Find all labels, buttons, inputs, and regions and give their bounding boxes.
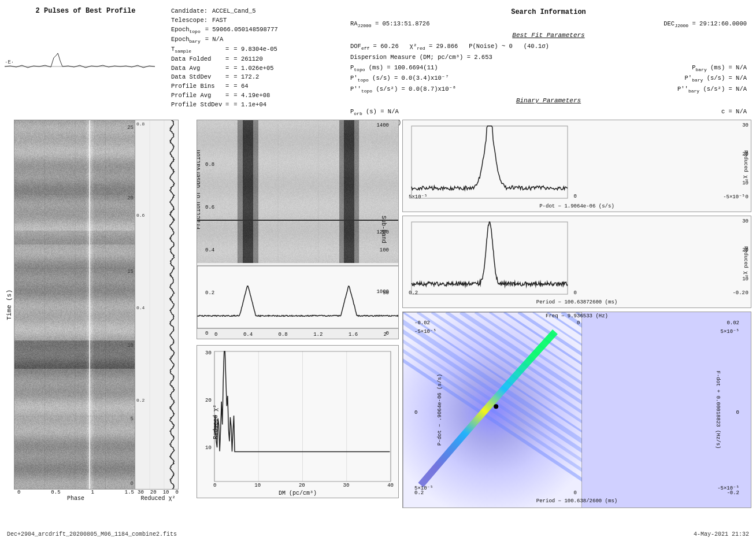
period-ylabel-right: Reduced χ²	[743, 246, 748, 277]
telescope-label: Telescope:	[171, 16, 207, 25]
pdot-plot: 5×10⁻⁵ 0 -5×10⁻⁵ 30 20 10 0 Reduced χ² P…	[402, 120, 751, 212]
datafolded-eq: =	[225, 55, 229, 64]
dmytick-30: 30	[205, 350, 212, 356]
accel-top-xticks: -0.02 0 0.02	[414, 320, 739, 326]
ftick-02: 0.2	[205, 290, 214, 296]
reduced-chi2-xlabel: Reduced χ²	[136, 495, 180, 502]
epoch-bary-row: Epochbary = N/A	[171, 35, 341, 45]
phase-xlabel: Phase	[15, 495, 136, 502]
accel-ylabel-left: P-dot − .9064e-06 (s/s)	[437, 374, 443, 446]
radec-row: RAJ2000 = 05:13:51.8726 DECJ2000 = 29:12…	[350, 19, 747, 29]
pbarydot-text: P'bary (s/s) = N/A	[685, 73, 747, 84]
pddot-row: P''topo (s/s²) = 0.0(8.7)x10⁻⁸ P''bary (…	[350, 84, 747, 95]
ftick-08: 0.8	[205, 162, 214, 168]
ftick-06: 0.6	[205, 205, 214, 210]
dataavg-label: Data Avg	[171, 64, 223, 73]
ptopo-text: Ptopo (ms) = 100.6694(11)	[350, 63, 438, 73]
accel-yright-mid: 0	[736, 410, 739, 416]
candidate-row: Candidate: ACCEL_Cand_5	[171, 7, 341, 16]
freqtick-1400: 1400	[376, 123, 389, 128]
dm-text: Dispersion Measure (DM; pc/cm³) = 2.653	[350, 54, 492, 61]
rchi2-10: 10	[163, 490, 169, 495]
candidate-label: Candidate:	[171, 7, 207, 16]
footer-timestamp: 4-May-2021 21:32	[694, 531, 749, 538]
profileavg-eq: =	[225, 91, 229, 101]
datafolded-row: Data Folded = = 261120	[171, 55, 341, 64]
mid-col: Fraction of Observation Sub-band 0 0.2 0…	[197, 120, 399, 530]
pdot-ytick-0: 0	[746, 194, 748, 200]
profile-ytick-02: 0.2	[136, 398, 144, 403]
epoch-topo-row: Epochtopo = 59066.050148598777	[171, 25, 341, 35]
search-title: Search Information	[350, 7, 747, 18]
time-phase-xaxis: 0 0.5 1 1.5 30 20 10 0	[15, 490, 180, 495]
tsample-label: Tsample	[171, 45, 223, 55]
time-phase-plot: 25 20 15 10 5 0	[14, 120, 135, 490]
left-col: Time (s) 25 20 15 10 5 0	[5, 120, 195, 530]
accel-canvas	[403, 312, 582, 508]
binary-title: Binary Parameters	[350, 96, 747, 106]
dataavg-value: = 1.026e+05	[234, 64, 273, 73]
porb-text: Porb (s) = N/A	[350, 107, 399, 117]
profileavg-label: Profile Avg	[171, 91, 223, 101]
datafolded-value: = 261120	[234, 55, 262, 64]
profilebins-row: Profile Bins = = 64	[171, 82, 341, 91]
epoch-topo-value: = 59066.050148598777	[205, 25, 278, 35]
accel-yleft-top: -5×10⁻⁵	[414, 328, 436, 335]
epoch-topo-label: Epochtopo	[171, 25, 201, 35]
dm-xticks: 0 10 20 30 40	[213, 483, 394, 488]
profile-ytick-04: 0.4	[136, 305, 144, 310]
tsample-eq: =	[225, 45, 229, 54]
profile-plot: 0.8 0.6 0.4 0.2	[135, 120, 179, 490]
period-ytick-30: 30	[742, 218, 748, 224]
sbtick-100: 100	[380, 247, 389, 253]
phase-xticks-frac: 0 0.4 0.8 1.2 1.6 2	[214, 332, 387, 338]
profilestddev-eq: =	[225, 101, 229, 110]
axis-labels-row: Phase Reduced χ²	[15, 495, 180, 502]
ftick-0: 0	[205, 331, 208, 336]
dof-row: DOFeff = 60.26 χ²red = 29.866 P(Noise) ~…	[350, 42, 747, 52]
ytick-10: 10	[127, 343, 134, 349]
dm-ylabel: Reduced χ²	[213, 404, 219, 439]
accel-yleft-mid: 0	[414, 410, 417, 416]
period-plot: 0.2 0 -0.2 30 20 10 0 Reduced χ² Period …	[402, 216, 751, 308]
dmytick-20: 20	[205, 398, 212, 403]
pdot-xlabel: P-dot − 1.9064e-06 (s/s)	[539, 203, 614, 209]
tsample-row: Tsample = = 9.8304e-05	[171, 45, 341, 55]
ra-text: RAJ2000 = 05:13:51.8726	[350, 19, 429, 29]
plots-area: Time (s) 25 20 15 10 5 0	[5, 120, 751, 530]
waveform-sketch: ·Ε·	[5, 52, 155, 81]
datastddev-value: = 172.2	[234, 73, 259, 82]
pbaryppot-text: P''bary (s/s²) = N/A	[677, 84, 747, 95]
dec-text: DECJ2000 = 29:12:60.0000	[664, 19, 747, 29]
xtick-0: 0	[17, 490, 20, 495]
pdot-ytick-30: 30	[742, 123, 748, 128]
epoch-bary-label: Epochbary	[171, 35, 201, 45]
accel-yright-bot: -5×10⁻⁵	[717, 485, 739, 491]
accel-bottom-xticks: 0.2 0 -0.2	[414, 490, 739, 496]
dm-row: Dispersion Measure (DM; pc/cm³) = 2.653	[350, 53, 747, 62]
ftick-04: 0.4	[205, 247, 214, 253]
period-xticks: 0.2 0 -0.2	[409, 290, 745, 296]
telescope-row: Telescope: FAST	[171, 16, 341, 25]
ytick-25: 25	[127, 125, 134, 131]
ytick-20: 20	[127, 195, 134, 201]
waveform-line	[5, 53, 155, 68]
fraction-ylabel-left: Fraction of Observation	[197, 150, 202, 229]
xtick-1: 1	[91, 490, 94, 495]
profilestddev-value: = 1.1e+04	[234, 101, 266, 110]
ytick-0: 0	[131, 481, 134, 487]
freqtick-1200: 1200	[376, 229, 389, 235]
profilestddev-label: Profile StdDev	[171, 101, 223, 110]
dm-plot: Reduced χ² 30 20 10 0 10 20 30 40 DM (pc…	[197, 345, 399, 498]
dm-xlabel: DM (pc/cm³)	[279, 490, 317, 496]
ytick-15: 15	[127, 269, 134, 275]
time-ylabel: Time (s)	[5, 290, 14, 320]
rchi2-0: 0	[176, 490, 179, 495]
time-phase-canvas	[14, 120, 135, 490]
dataavg-eq: =	[225, 64, 229, 73]
waveform-svg: ·Ε·	[5, 52, 155, 81]
xtick-15: 1.5	[125, 490, 134, 495]
ptopodot-text: P'topo (s/s) = 0.0(3.4)x10⁻⁷	[350, 73, 449, 84]
pbary-text: Pbary (ms) = N/A	[692, 63, 747, 73]
candidate-value: ACCEL_Cand_5	[212, 7, 256, 16]
